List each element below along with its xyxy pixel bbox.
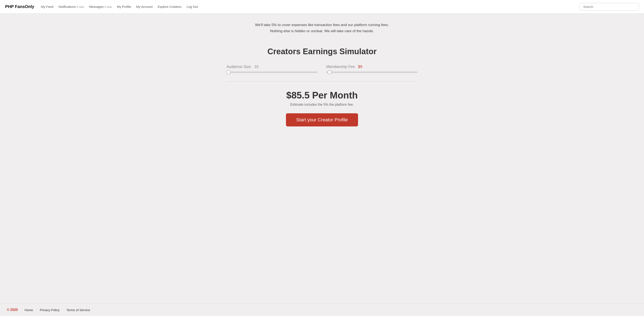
start-creator-profile-button[interactable]: Start your Creator Profile [286,113,358,126]
audience-slider-group: Audience Size 10 [226,65,318,73]
search-input[interactable] [580,3,639,10]
nav-my-feed[interactable]: My Feed [41,5,53,8]
footer: © 2020 Home Privacy Policy Terms of Serv… [0,304,644,316]
result-amount: $85.5 Per Month [226,90,418,101]
search-container [580,3,639,10]
tagline: We'll take 5% to cover expenses like tra… [255,22,389,34]
membership-slider-wrapper [326,72,418,73]
nav-notifications[interactable]: Notifications 0 new [58,5,84,8]
nav-log-out[interactable]: Log Out [186,5,198,8]
navbar: PHP FansOnly My Feed Notifications 0 new… [0,0,644,13]
sliders-row: Audience Size 10 Membership Fee $9 [226,65,418,73]
membership-slider-group: Membership Fee $9 [326,65,418,73]
nav-my-account[interactable]: My Account [136,5,153,8]
simulator-section: Creators Earnings Simulator Audience Siz… [226,47,418,133]
nav-my-profile[interactable]: My Profile [117,5,131,8]
result-section: $85.5 Per Month Estimate includes the 5%… [226,90,418,126]
membership-label: Membership Fee $9 [326,65,362,69]
footer-privacy-link[interactable]: Privacy Policy [40,308,60,312]
membership-fee-slider[interactable] [326,72,418,73]
nav-links: My Feed Notifications 0 new Messages 0 n… [41,5,580,8]
nav-explore-creators[interactable]: Explore Creators [158,5,182,8]
audience-label: Audience Size 10 [226,65,258,69]
simulator-title: Creators Earnings Simulator [226,47,418,56]
result-subtitle: Estimate includes the 5% the platform fe… [226,103,418,106]
footer-terms-link[interactable]: Terms of Service [66,308,90,312]
audience-size-slider[interactable] [226,72,318,73]
brand-logo[interactable]: PHP FansOnly [5,4,34,9]
audience-slider-wrapper [226,72,318,73]
nav-messages[interactable]: Messages 0 new [89,5,112,8]
footer-home-link[interactable]: Home [24,308,33,312]
membership-value: $9 [358,65,362,69]
footer-copyright: © 2020 [7,308,18,312]
audience-value: 10 [254,65,258,69]
main-content: We'll take 5% to cover expenses like tra… [0,13,644,304]
